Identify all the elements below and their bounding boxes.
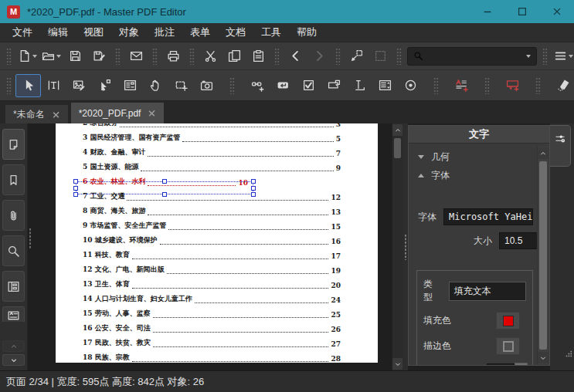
titlebar[interactable]: M *2020_PDF.pdf - Master PDF Editor [0,0,574,23]
panel-splitter-grip[interactable] [404,234,407,260]
selection-handle[interactable] [73,186,78,191]
selection-handle[interactable] [251,179,256,184]
new-document-button[interactable] [15,46,39,67]
search-dropdown-caret-icon[interactable] [526,55,531,58]
email-document-button[interactable] [124,46,148,67]
open-folder-button[interactable] [39,46,63,67]
menu-file[interactable]: 文件 [5,24,40,41]
menu-edit[interactable]: 编辑 [40,24,76,41]
maximize-button[interactable] [504,0,539,23]
sidebar-splitter-grip[interactable] [29,228,32,249]
save-button[interactable] [63,46,87,67]
edit-text-button[interactable] [41,74,66,97]
forward-button[interactable] [307,46,331,67]
tab-close-button[interactable] [52,110,60,119]
toolbar-grip[interactable] [274,48,280,65]
type-dropdown[interactable]: 填充文本 [449,282,526,301]
stroke-color-button[interactable] [496,337,520,355]
menu-document[interactable]: 文档 [218,24,253,41]
search-input[interactable] [427,51,522,62]
toc-row[interactable]: 6 农业、林业、水利10 [83,174,248,189]
pages-panel-button[interactable] [2,129,25,160]
selection-handle[interactable] [162,179,167,184]
edit-image-button[interactable] [66,74,92,97]
toolbar-grip[interactable] [396,48,402,65]
toolbar-grip[interactable] [115,48,121,65]
toolbar-grip[interactable] [542,48,548,65]
scrollbar-thumb[interactable] [394,138,401,158]
toc-row[interactable]: 12 文化、广电、新闻出版19 [83,262,341,277]
toc-row[interactable]: 18 民族、宗教28 [83,350,341,365]
selection-handle[interactable] [73,192,78,197]
scroll-down-button[interactable] [392,358,402,370]
toc-row[interactable]: 9 市场监管、安全生产监管15 [83,218,341,233]
toolbar-grip[interactable] [6,48,12,65]
back-button[interactable] [284,46,307,67]
toc-row[interactable]: 5 国土资源、能源9 [83,160,341,174]
sidebar-scroll-up-button[interactable] [2,340,25,352]
tab-close-button[interactable] [148,109,156,117]
toc-row[interactable]: 13 卫生、体育20 [83,277,341,292]
attachments-panel-button[interactable] [2,200,25,231]
menu-tools[interactable]: 工具 [253,24,289,41]
toc-row[interactable]: 14 人口与计划生育、妇女儿童工作24 [83,292,341,306]
scroll-up-button[interactable] [392,124,402,136]
section-font[interactable]: 字体 [418,166,533,184]
sidebar-scroll-down-button[interactable] [2,354,25,366]
edit-form-button[interactable] [117,74,143,97]
text-annotation-button[interactable] [449,74,474,97]
toc-row[interactable]: 2 综合政务3 [83,123,341,130]
toc-row[interactable]: 3 国民经济管理、国有资产监管5 [83,130,341,145]
line-width-field[interactable]: 1 [487,363,515,367]
panel-splitter[interactable] [402,123,408,370]
snapshot-button[interactable] [194,74,219,97]
font-family-field[interactable]: Microsoft YaHei [443,208,533,225]
radio-field-button[interactable] [398,74,423,97]
print-button[interactable] [161,46,185,67]
line-width-dropdown-button[interactable] [515,363,528,366]
toolbar-grip[interactable] [229,77,235,94]
text-field-button[interactable] [347,74,372,97]
toc-row[interactable]: 11 科技、教育17 [83,248,341,262]
button-field-button[interactable] [270,74,296,97]
add-link-button[interactable] [245,74,270,97]
search-panel-button[interactable] [2,235,25,266]
toolbar-grip[interactable] [6,77,12,94]
edit-path-button[interactable] [92,74,117,97]
cut-button[interactable] [199,46,222,67]
section-geometry[interactable]: 几何 [418,147,533,166]
select-tool-button[interactable] [15,74,41,97]
panel-vertical-scrollbar[interactable] [537,147,549,364]
toolbar-grip[interactable] [189,48,195,65]
fit-page-button[interactable] [345,46,369,67]
checkbox-field-button[interactable] [296,74,321,97]
toc-row[interactable]: 16 公安、安全、司法26 [83,321,341,336]
document-canvas[interactable]: 2 综合政务33 国民经济管理、国有资产监管54 财政、金融、审计75 国土资源… [28,123,392,370]
minimize-button[interactable] [470,0,504,23]
toolbar-grip[interactable] [535,77,541,94]
marker-tool-button[interactable] [551,74,574,97]
font-size-field[interactable]: 10.5 [499,232,539,249]
toc-row[interactable]: 17 民政、扶贫、救灾27 [83,336,341,350]
toc-row[interactable]: 8 商贸、海关、旅游13 [83,204,341,218]
paste-button[interactable] [246,46,270,67]
combobox-field-button[interactable] [321,74,347,97]
toolbar-grip[interactable] [484,77,490,94]
toc-row[interactable]: 7 工业、交通12 [83,189,341,204]
menu-annotation[interactable]: 批注 [147,24,182,41]
signatures-panel-button[interactable] [2,306,25,322]
menu-help[interactable]: 帮助 [289,24,324,41]
tab-untitled[interactable]: *未命名 [5,105,68,123]
panel-scroll-down-button[interactable] [538,352,549,363]
hand-tool-button[interactable] [143,74,168,97]
properties-panel-tab[interactable] [550,125,571,167]
toolbar-grip[interactable] [433,77,439,94]
toolbar-grip[interactable] [152,48,158,65]
toc-row[interactable]: 15 劳动、人事、监察25 [83,306,341,321]
toc-row[interactable]: 10 城乡建设、环境保护16 [83,233,341,248]
callout-annotation-button[interactable] [500,74,525,97]
copy-button[interactable] [222,46,246,67]
menu-button[interactable] [552,46,574,67]
menu-view[interactable]: 视图 [76,24,111,41]
resize-grip-icon[interactable] [566,346,572,360]
